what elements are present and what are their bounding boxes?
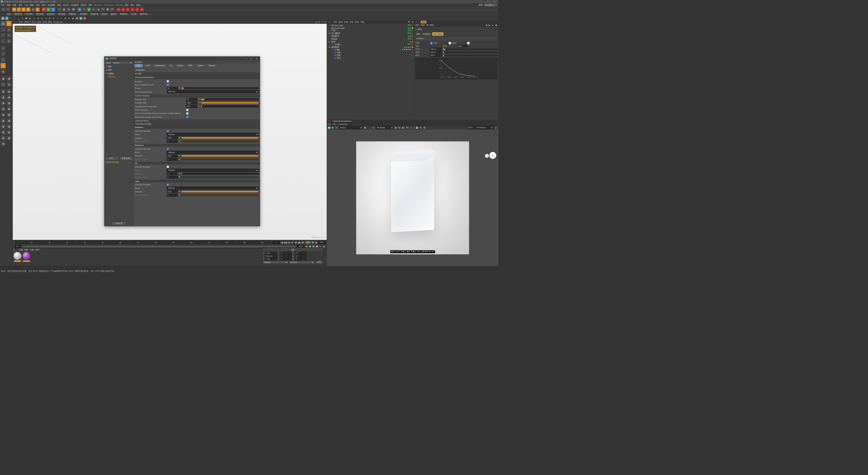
- add-deformer[interactable]: ⬡: [92, 7, 96, 12]
- tag-material-icon[interactable]: [410, 46, 411, 48]
- move-tool[interactable]: ✥: [12, 7, 17, 12]
- redo-button[interactable]: ↷: [6, 7, 10, 12]
- menu-dynamics[interactable]: 动力学: [63, 4, 69, 6]
- rv-customize[interactable]: Customize: [338, 123, 347, 125]
- sec-samplefilt[interactable]: Sample Filtering: [134, 119, 260, 122]
- rv-file[interactable]: File: [328, 123, 331, 125]
- float-deer-icon[interactable]: 🦌: [489, 152, 496, 159]
- ext-4[interactable]: ▨: [6, 82, 12, 87]
- sel-fast[interactable]: IPR Only: [167, 90, 259, 93]
- val-reflection-scale[interactable]: [167, 140, 178, 143]
- ext-2[interactable]: ▩: [6, 76, 12, 81]
- rv-grip[interactable]: ⋮⋮: [328, 120, 332, 122]
- attr-title-btn[interactable]: 属性: [421, 21, 426, 23]
- sel-light-mode[interactable]: Replace: [167, 187, 259, 190]
- snap-workplane[interactable]: ⊡: [0, 57, 6, 62]
- stool-5[interactable]: △: [17, 17, 20, 20]
- tl-range-slider[interactable]: [22, 246, 296, 248]
- tag-material-icon[interactable]: [408, 49, 409, 50]
- menu-xparticles[interactable]: X-Particles: [104, 4, 114, 6]
- chk-reflection-ov[interactable]: [167, 130, 169, 132]
- rv-copy-icon[interactable]: ⎘: [419, 126, 422, 129]
- coord-rot[interactable]: [295, 258, 306, 260]
- objh-tags[interactable]: 标签: [355, 21, 359, 23]
- record-btn-3[interactable]: ●: [126, 7, 130, 12]
- palette-btn-13[interactable]: Python域: [138, 13, 149, 16]
- object-row[interactable]: ◆置换✓: [327, 54, 414, 57]
- stool-7[interactable]: ⬢: [24, 17, 28, 20]
- rv-view[interactable]: View: [332, 123, 336, 125]
- tex-3[interactable]: ▦: [0, 94, 6, 100]
- mode-edge[interactable]: ╱: [0, 38, 6, 44]
- menu-tracking[interactable]: 运动跟踪: [71, 4, 79, 6]
- menu-pipeline[interactable]: 流水线: [81, 4, 86, 6]
- stool-13[interactable]: ⬍: [48, 17, 51, 20]
- tl-next-frame[interactable]: ▶: [294, 241, 297, 244]
- mode-axis[interactable]: ✛: [6, 33, 12, 38]
- vis-dot[interactable]: [408, 43, 409, 45]
- objh-eye-icon[interactable]: 👁: [412, 21, 414, 23]
- menu-script[interactable]: 脚本: [125, 4, 129, 6]
- chk-ao-ov[interactable]: [167, 166, 169, 168]
- tl-goto-start[interactable]: |◀: [280, 241, 283, 244]
- tag-x-icon[interactable]: ✕: [412, 49, 413, 51]
- mode-pts[interactable]: ∴: [0, 33, 6, 38]
- material-2[interactable]: RS Mate: [23, 252, 31, 260]
- attrh-user[interactable]: 用户数据: [426, 24, 434, 26]
- menu-mograph[interactable]: 运动图形: [47, 4, 55, 6]
- val-reflection-samples[interactable]: [167, 136, 178, 139]
- float-lang-icon[interactable]: 英: [485, 154, 489, 157]
- close-button[interactable]: ✕: [491, 1, 497, 3]
- sel-reflection-mode[interactable]: Replace: [167, 133, 259, 136]
- palette-btn-5[interactable]: 径向体域: [56, 13, 67, 16]
- mode-workplane[interactable]: ⊞: [6, 27, 12, 32]
- attrh-fwd-icon[interactable]: ▶: [489, 24, 490, 26]
- attr-f3-input[interactable]: [430, 54, 442, 57]
- multipass-button[interactable]: 多通道渲染: [119, 156, 133, 160]
- stool-10[interactable]: ⊞: [36, 17, 40, 20]
- scale-tool[interactable]: ⤢: [17, 7, 21, 12]
- tl-prev-key[interactable]: ◀◀: [284, 241, 287, 244]
- stool-15[interactable]: ⌖: [56, 17, 59, 20]
- subtab-integration[interactable]: Integration: [135, 68, 146, 71]
- sec-overrides[interactable]: Sampling Overrides: [134, 123, 260, 126]
- tex-2[interactable]: ▦: [6, 89, 12, 94]
- object-row[interactable]: ▭平面✓: [327, 30, 414, 32]
- stool-4[interactable]: ○: [13, 17, 16, 20]
- objh-bookmarks[interactable]: 书签: [360, 21, 364, 23]
- stool-11[interactable]: ⊟: [40, 17, 43, 20]
- palette-btn-6[interactable]: 胶囊体域: [67, 13, 78, 16]
- val-passes[interactable]: [167, 87, 178, 90]
- val-smax[interactable]: [186, 101, 197, 104]
- slider-refraction-samples[interactable]: [181, 155, 258, 157]
- add-environment[interactable]: ☁: [96, 7, 101, 12]
- slider-ao-samples[interactable]: [181, 173, 258, 175]
- coord-scl[interactable]: [281, 255, 292, 257]
- minimize-button[interactable]: ─: [478, 1, 484, 3]
- tag-check-icon[interactable]: ✓: [412, 57, 413, 59]
- stool-16[interactable]: ✧: [60, 17, 63, 20]
- tag-check-icon[interactable]: ✓: [412, 30, 413, 32]
- vis-dot[interactable]: [410, 33, 411, 34]
- spin-refraction-sc[interactable]: ◂▸: [178, 158, 180, 161]
- attr-tab-2[interactable]: 基础选择器: [432, 32, 443, 36]
- rv-save-icon[interactable]: 💾: [415, 126, 418, 129]
- val-smin[interactable]: [186, 98, 197, 101]
- mat-tex[interactable]: 纹理: [35, 248, 39, 251]
- vis-dot[interactable]: [402, 49, 403, 50]
- left-item-redshift[interactable]: Redshift: [104, 75, 134, 78]
- objh-edit[interactable]: 编辑: [339, 21, 342, 23]
- tag-material-icon[interactable]: [408, 46, 409, 48]
- snap-guide[interactable]: ▤: [0, 69, 6, 74]
- undo-button[interactable]: ↶: [1, 7, 5, 12]
- coord-apply[interactable]: 应用: [315, 261, 323, 264]
- spin-reflection-sc[interactable]: ◂▸: [178, 140, 180, 143]
- vp-nav-1[interactable]: ◈: [315, 21, 317, 23]
- tex-13[interactable]: ▦: [0, 124, 6, 129]
- attr-f0-input[interactable]: [430, 45, 442, 48]
- vp-options[interactable]: 选项: [37, 21, 41, 23]
- tl-next-key[interactable]: ▶▶: [298, 241, 301, 244]
- spin-thr[interactable]: ◂▸: [198, 105, 200, 108]
- val-ao-samples[interactable]: [167, 172, 178, 175]
- left-item-multipass[interactable]: ▢多通道: [104, 72, 134, 75]
